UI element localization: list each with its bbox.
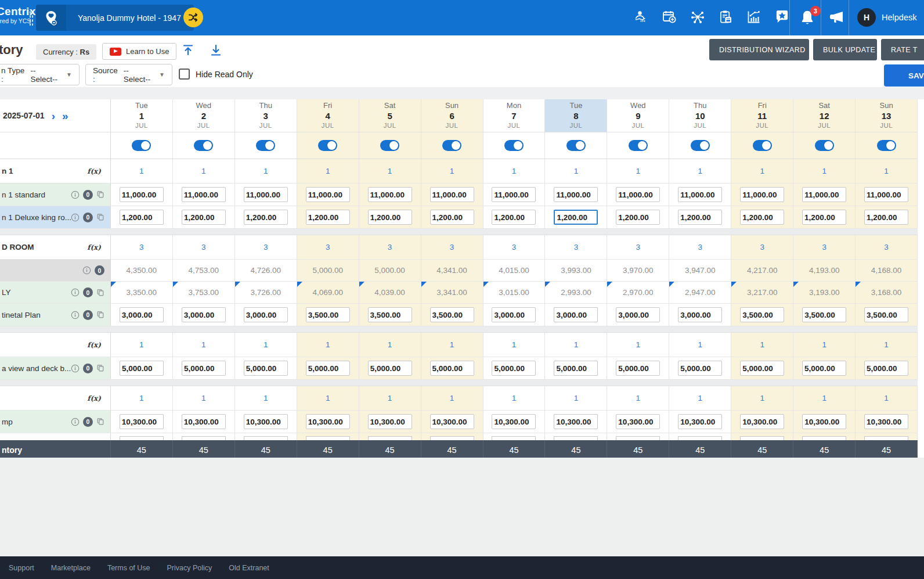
rate-input[interactable] (244, 414, 288, 429)
availability-value-link[interactable]: 1 (139, 394, 144, 402)
availability-value-link[interactable]: 3 (822, 243, 826, 251)
rate-input[interactable] (120, 307, 164, 322)
rate-input[interactable] (368, 307, 412, 322)
rate-input[interactable] (678, 187, 722, 202)
footer-link[interactable]: Terms of Use (107, 564, 150, 572)
rate-input[interactable] (864, 307, 908, 322)
distribution-wizard-button[interactable]: DISTRIBUTION WIZARD (709, 39, 809, 60)
availability-value-link[interactable]: 3 (884, 243, 889, 251)
analytics-icon[interactable] (746, 9, 761, 27)
rate-input[interactable] (306, 307, 350, 322)
rate-input[interactable] (740, 187, 784, 202)
next-day-button[interactable]: › (52, 110, 55, 121)
rate-input[interactable] (616, 210, 660, 225)
rate-input[interactable] (864, 210, 908, 225)
availability-value-link[interactable]: 3 (264, 243, 268, 251)
availability-toggle[interactable] (504, 140, 524, 151)
availability-value-link[interactable]: 1 (636, 394, 641, 402)
rate-input[interactable] (430, 414, 474, 429)
availability-value-link[interactable]: 1 (450, 340, 454, 349)
availability-value-link[interactable]: 1 (388, 394, 392, 402)
rate-input[interactable] (616, 361, 660, 376)
rate-input[interactable] (430, 187, 474, 202)
availability-toggle[interactable] (815, 140, 834, 151)
rate-input[interactable] (182, 210, 226, 225)
rate-input[interactable] (616, 414, 660, 429)
rate-input[interactable] (492, 210, 536, 225)
availability-value-link[interactable]: 1 (574, 340, 579, 349)
availability-value-link[interactable]: 1 (884, 340, 889, 349)
user-avatar[interactable]: H (857, 8, 876, 27)
availability-value-link[interactable]: 1 (884, 394, 889, 402)
availability-value-link[interactable]: 1 (512, 167, 517, 175)
rate-input[interactable] (492, 307, 536, 322)
availability-value-link[interactable]: 1 (760, 340, 764, 349)
footer-link[interactable]: Privacy Policy (167, 564, 212, 572)
rate-input[interactable] (120, 414, 164, 429)
rate-input[interactable] (120, 187, 164, 202)
rate-input[interactable] (740, 414, 784, 429)
copy-icon[interactable] (96, 213, 104, 221)
availability-value-link[interactable]: 1 (139, 340, 144, 349)
rate-input[interactable] (802, 210, 846, 225)
availability-value-link[interactable]: 3 (450, 243, 454, 251)
availability-value-link[interactable]: 1 (326, 167, 330, 175)
availability-toggle[interactable] (132, 140, 151, 151)
availability-toggle[interactable] (318, 140, 337, 151)
availability-value-link[interactable]: 1 (264, 394, 268, 402)
channel-hub-icon[interactable] (690, 9, 705, 27)
availability-toggle[interactable] (380, 140, 399, 151)
info-icon[interactable] (82, 266, 91, 275)
rate-input[interactable] (740, 307, 784, 322)
rate-input[interactable] (244, 361, 288, 376)
info-icon[interactable] (71, 418, 80, 426)
rate-input[interactable] (740, 361, 784, 376)
info-icon[interactable] (71, 190, 80, 199)
rate-input[interactable] (368, 210, 412, 225)
availability-toggle[interactable] (877, 140, 896, 151)
availability-value-link[interactable]: 3 (512, 243, 517, 251)
availability-value-link[interactable]: 3 (574, 243, 579, 251)
availability-toggle[interactable] (629, 140, 648, 151)
rate-input[interactable] (864, 414, 908, 429)
rate-input[interactable] (306, 187, 350, 202)
availability-toggle[interactable] (753, 140, 772, 151)
rate-input[interactable] (678, 361, 722, 376)
availability-value-link[interactable]: 1 (822, 340, 826, 349)
availability-toggle[interactable] (194, 140, 213, 151)
rate-input[interactable] (430, 307, 474, 322)
rate-input[interactable] (368, 361, 412, 376)
rate-input[interactable] (740, 210, 784, 225)
copy-icon[interactable] (96, 190, 104, 199)
rate-input[interactable] (430, 210, 474, 225)
rate-input[interactable] (864, 187, 908, 202)
rate-input[interactable] (182, 361, 226, 376)
availability-value-link[interactable]: 1 (201, 340, 206, 349)
availability-value-link[interactable]: 3 (326, 243, 330, 251)
reviews-icon[interactable] (775, 9, 789, 26)
availability-toggle[interactable] (566, 140, 586, 151)
availability-value-link[interactable]: 3 (636, 243, 641, 251)
rate-input[interactable] (182, 307, 226, 322)
type-select[interactable]: n Type : --Select-- ▼ (0, 64, 80, 85)
availability-toggle[interactable] (256, 140, 275, 151)
rate-input[interactable] (678, 307, 722, 322)
availability-value-link[interactable]: 1 (512, 394, 517, 402)
copy-icon[interactable] (96, 311, 104, 319)
copy-icon[interactable] (96, 418, 104, 426)
availability-value-link[interactable]: 1 (139, 167, 144, 175)
rate-input[interactable] (678, 210, 722, 225)
calendar-add-icon[interactable] (662, 9, 677, 27)
upload-button[interactable] (182, 44, 194, 59)
rate-input[interactable] (182, 414, 226, 429)
availability-value-link[interactable]: 1 (698, 394, 703, 402)
rate-input[interactable] (802, 307, 846, 322)
info-icon[interactable] (71, 311, 80, 319)
rate-input[interactable] (554, 361, 598, 376)
rate-input[interactable] (492, 414, 536, 429)
rate-input[interactable] (492, 361, 536, 376)
notifications-button[interactable]: 3 (800, 9, 818, 28)
availability-value-link[interactable]: 1 (450, 167, 454, 175)
availability-toggle[interactable] (442, 140, 461, 151)
rate-input[interactable] (802, 414, 846, 429)
